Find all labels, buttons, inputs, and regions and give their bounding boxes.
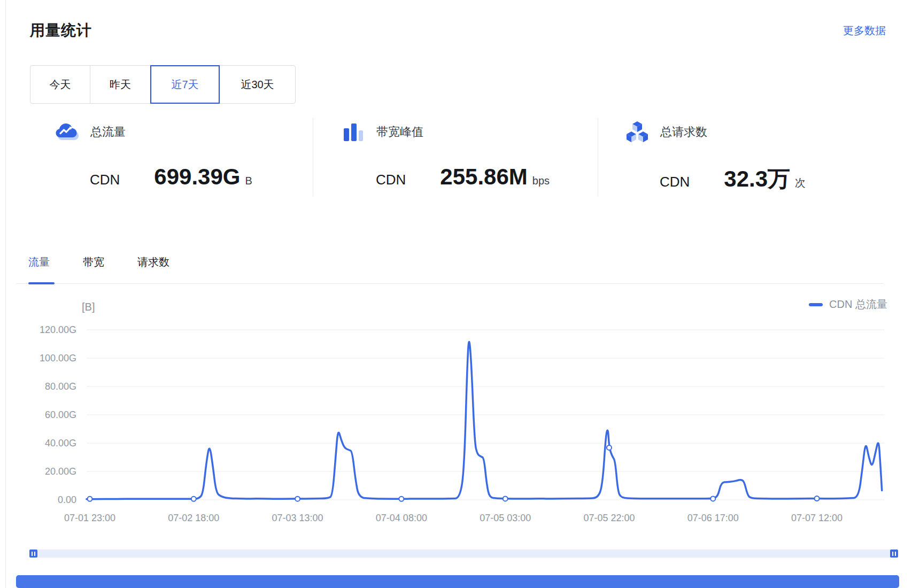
metric-tab-bandwidth[interactable]: 带宽 [83,255,104,269]
stat-product: CDN [660,174,690,190]
stat-card-peak-bandwidth: 带宽峰值 CDN 255.86M bps [341,120,550,190]
traffic-line-chart[interactable]: 0.0020.00G40.00G60.00G80.00G100.00G120.0… [0,315,912,540]
cloud-traffic-icon [55,120,80,144]
svg-text:0.00: 0.00 [58,494,76,505]
requests-cubes-icon [624,120,650,144]
legend-line-swatch [809,303,823,306]
card-divider [313,118,313,196]
card-divider [598,118,598,196]
range-tab-last30days[interactable]: 近30天 [219,65,296,104]
datazoom-left-handle[interactable] [29,550,37,558]
stat-value: 32.3万 [724,164,790,194]
range-tab-yesterday[interactable]: 昨天 [90,65,151,104]
metric-tabs: 流量 带宽 请求数 [28,255,169,269]
range-tab-today[interactable]: 今天 [30,65,90,104]
page-title: 用量统计 [30,20,92,41]
stat-unit: B [245,175,252,187]
svg-text:40.00G: 40.00G [45,438,76,448]
stat-unit: bps [532,175,550,187]
active-tab-underline [28,282,55,284]
datazoom-slider-track[interactable] [29,550,898,558]
more-data-link[interactable]: 更多数据 [843,24,886,38]
svg-text:07-04 08:00: 07-04 08:00 [376,513,427,523]
y-axis-unit-label: [B] [82,301,95,313]
legend-series-name: CDN 总流量 [829,297,887,312]
stat-value: 699.39G [154,164,240,190]
range-tab-last7days[interactable]: 近7天 [150,65,220,104]
metric-tab-traffic[interactable]: 流量 [28,255,50,269]
svg-text:07-05 22:00: 07-05 22:00 [583,513,635,523]
series-line-cdn-total-traffic [87,342,882,499]
chart-legend[interactable]: CDN 总流量 [809,297,887,312]
svg-text:07-07 12:00: 07-07 12:00 [791,513,843,523]
stat-value: 255.86M [440,164,527,190]
stat-card-total-traffic: 总流量 CDN 699.39G B [55,120,252,190]
svg-text:07-02 18:00: 07-02 18:00 [168,513,219,523]
svg-text:07-03 13:00: 07-03 13:00 [272,513,323,523]
stat-label: 总请求数 [660,124,707,140]
stat-card-total-requests: 总请求数 CDN 32.3万 次 [624,120,806,194]
tabs-bottom-border [16,283,883,284]
svg-text:07-05 03:00: 07-05 03:00 [480,513,531,523]
chart-axis-labels: 0.0020.00G40.00G60.00G80.00G100.00G120.0… [40,324,843,523]
stat-product: CDN [376,172,406,188]
svg-text:07-01 23:00: 07-01 23:00 [64,513,115,523]
bandwidth-bars-icon [341,120,366,144]
svg-text:100.00G: 100.00G [40,353,76,363]
stat-label: 带宽峰值 [376,124,423,140]
stat-unit: 次 [795,176,806,190]
svg-text:20.00G: 20.00G [45,466,76,477]
svg-text:80.00G: 80.00G [45,381,76,392]
date-range-tabs: 今天 昨天 近7天 近30天 [30,65,296,104]
datazoom-right-handle[interactable] [890,550,898,558]
horizontal-scrollbar-thumb[interactable] [16,575,899,588]
series-markers [88,445,820,501]
svg-text:120.00G: 120.00G [40,324,76,335]
svg-text:60.00G: 60.00G [45,409,76,420]
stat-label: 总流量 [90,124,126,140]
metric-tab-requests[interactable]: 请求数 [137,255,169,269]
stat-product: CDN [90,172,120,188]
svg-text:07-06 17:00: 07-06 17:00 [687,513,739,523]
